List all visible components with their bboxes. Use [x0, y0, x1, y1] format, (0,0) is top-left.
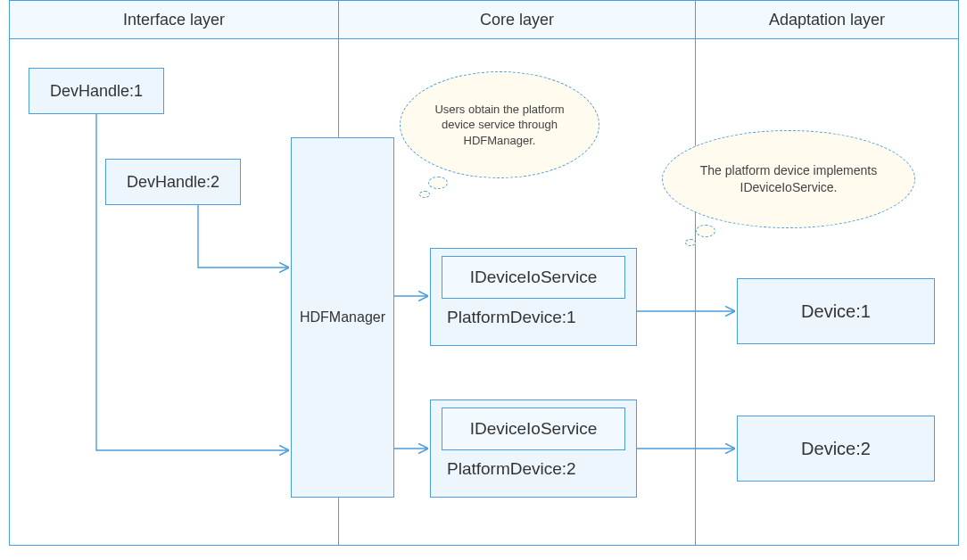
box-hdfmanager: HDFManager: [291, 137, 394, 498]
box-ideviceioservice-2: IDeviceIoService: [442, 408, 625, 450]
box-devhandle-2: DevHandle:2: [105, 159, 241, 205]
box-platformdevice-1: IDeviceIoService PlatformDevice:1: [430, 248, 637, 346]
header-interface-layer: Interface layer: [9, 0, 339, 39]
header-adaptation-layer: Adaptation layer: [696, 0, 959, 39]
column-interface-layer: [9, 39, 339, 546]
box-device-1: Device:1: [737, 278, 935, 344]
callout-tail-icon: [685, 239, 696, 246]
box-platformdevice-2: IDeviceIoService PlatformDevice:2: [430, 399, 637, 498]
callout-hdfmanager-note: Users obtain the platform device service…: [400, 71, 599, 178]
callout-tail-icon: [696, 225, 715, 237]
header-core-layer: Core layer: [339, 0, 696, 39]
architecture-diagram: Interface layer Core layer Adaptation la…: [9, 0, 959, 546]
box-devhandle-1: DevHandle:1: [29, 68, 164, 114]
label-platformdevice-2: PlatformDevice:2: [442, 459, 625, 479]
box-ideviceioservice-1: IDeviceIoService: [442, 256, 625, 299]
callout-tail-icon: [428, 177, 448, 189]
box-device-2: Device:2: [737, 416, 935, 482]
callout-tail-icon: [419, 191, 430, 198]
callout-ideviceioservice-note: The platform device implements IDeviceIo…: [662, 130, 915, 228]
label-platformdevice-1: PlatformDevice:1: [442, 308, 625, 327]
